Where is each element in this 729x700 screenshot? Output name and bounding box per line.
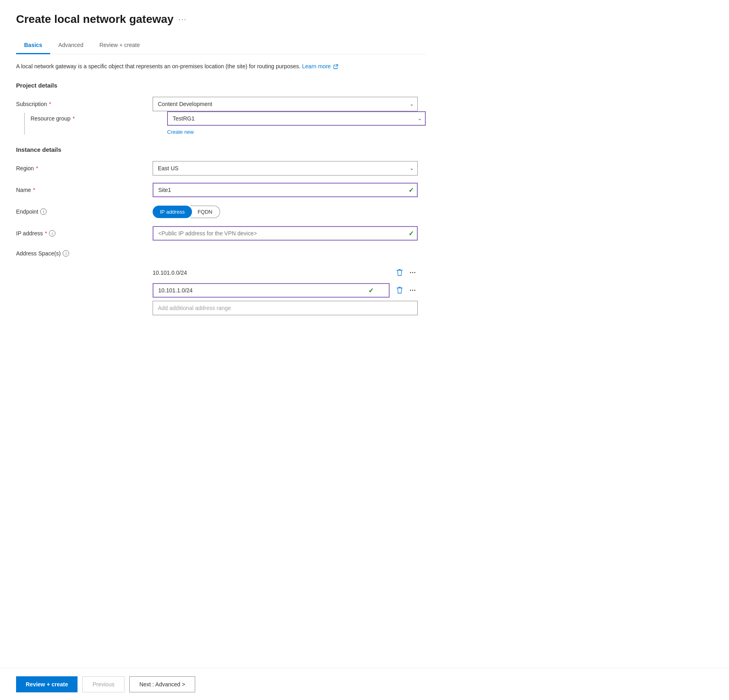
delete-address-0-button[interactable] xyxy=(394,267,405,278)
endpoint-info-icon[interactable]: i xyxy=(40,208,47,215)
subscription-control: Content Development ⌄ xyxy=(153,97,418,111)
region-label: Region * xyxy=(16,165,153,171)
resource-group-row: Resource group * TestRG1 ⌄ xyxy=(31,111,426,126)
resource-group-control: TestRG1 ⌄ xyxy=(167,111,426,126)
add-address-input[interactable] xyxy=(153,301,418,315)
instance-details-header: Instance details xyxy=(16,146,426,153)
previous-button: Previous xyxy=(82,676,124,692)
bottom-bar: Review + create Previous Next : Advanced… xyxy=(0,668,729,700)
address-entry-0: 10.101.0.0/24 ··· xyxy=(153,265,418,280)
trash-icon-0 xyxy=(396,269,403,276)
subscription-label: Subscription * xyxy=(16,101,153,107)
resource-group-select[interactable]: TestRG1 xyxy=(167,111,426,126)
indent-line xyxy=(24,113,25,135)
tab-basics[interactable]: Basics xyxy=(16,37,50,54)
name-input[interactable] xyxy=(153,183,418,197)
tab-advanced[interactable]: Advanced xyxy=(50,37,91,54)
address-spaces-info-icon[interactable]: i xyxy=(63,250,69,257)
more-address-1-button[interactable]: ··· xyxy=(408,285,418,296)
address-valid-icon-1: ✓ xyxy=(368,287,374,294)
name-row: Name * ✓ xyxy=(16,183,426,197)
endpoint-ip-address-option[interactable]: IP address xyxy=(153,206,192,218)
page-title: Create local network gateway xyxy=(16,13,174,26)
description-text: A local network gateway is a specific ob… xyxy=(16,62,361,71)
subscription-row: Subscription * Content Development ⌄ xyxy=(16,97,426,111)
subscription-required: * xyxy=(49,101,51,107)
project-details-header: Project details xyxy=(16,82,426,89)
ip-address-required: * xyxy=(45,230,47,237)
address-entry-1: ✓ ··· xyxy=(153,283,418,298)
endpoint-row: Endpoint i IP address FQDN xyxy=(16,204,426,219)
resource-group-required: * xyxy=(73,115,75,122)
address-actions-1: ··· xyxy=(394,285,418,296)
tab-review-create[interactable]: Review + create xyxy=(91,37,148,54)
delete-address-1-button[interactable] xyxy=(394,285,405,296)
endpoint-control: IP address FQDN xyxy=(153,206,418,218)
tabs-container: Basics Advanced Review + create xyxy=(16,37,426,54)
address-actions-0: ··· xyxy=(394,267,418,278)
region-required: * xyxy=(36,165,38,171)
add-address-row xyxy=(153,301,418,315)
external-link-icon xyxy=(333,64,338,69)
name-required: * xyxy=(33,187,35,193)
ip-address-control: ✓ xyxy=(153,226,418,241)
address-spaces-label: Address Space(s) i xyxy=(16,248,153,257)
ip-address-label: IP address * i xyxy=(16,230,153,237)
ip-address-info-icon[interactable]: i xyxy=(49,230,55,237)
trash-icon-1 xyxy=(396,287,403,294)
resource-group-indent: Resource group * TestRG1 ⌄ Create new xyxy=(16,111,426,135)
resource-group-label: Resource group * xyxy=(31,115,167,122)
region-select[interactable]: East US xyxy=(153,161,418,176)
learn-more-link[interactable]: Learn more xyxy=(302,63,338,69)
resource-group-content: Resource group * TestRG1 ⌄ Create new xyxy=(31,111,426,135)
subscription-select[interactable]: Content Development xyxy=(153,97,418,111)
review-create-button[interactable]: Review + create xyxy=(16,676,78,692)
title-ellipsis: ··· xyxy=(178,15,187,24)
more-address-0-button[interactable]: ··· xyxy=(408,267,418,278)
name-valid-icon: ✓ xyxy=(408,186,414,194)
endpoint-label: Endpoint i xyxy=(16,208,153,215)
address-input-1[interactable] xyxy=(153,283,390,298)
next-advanced-button[interactable]: Next : Advanced > xyxy=(129,676,195,692)
endpoint-fqdn-option[interactable]: FQDN xyxy=(190,206,220,218)
create-new-wrapper: Create new xyxy=(31,127,426,135)
ip-address-valid-icon: ✓ xyxy=(408,230,414,237)
address-value-0: 10.101.0.0/24 xyxy=(153,265,390,280)
create-new-link[interactable]: Create new xyxy=(167,129,194,135)
instance-details-section: Instance details Region * East US ⌄ Name… xyxy=(16,146,426,315)
name-control: ✓ xyxy=(153,183,418,197)
address-spaces-row: Address Space(s) i xyxy=(16,248,426,262)
page-title-container: Create local network gateway ··· xyxy=(16,13,426,26)
region-row: Region * East US ⌄ xyxy=(16,161,426,176)
ip-address-input[interactable] xyxy=(153,226,418,241)
address-spaces-entries: 10.101.0.0/24 ··· ✓ xyxy=(16,265,418,315)
endpoint-toggle: IP address FQDN xyxy=(153,206,418,218)
region-control: East US ⌄ xyxy=(153,161,418,176)
project-details-section: Project details Subscription * Content D… xyxy=(16,82,426,135)
ip-address-row: IP address * i ✓ xyxy=(16,226,426,241)
name-label: Name * xyxy=(16,187,153,193)
